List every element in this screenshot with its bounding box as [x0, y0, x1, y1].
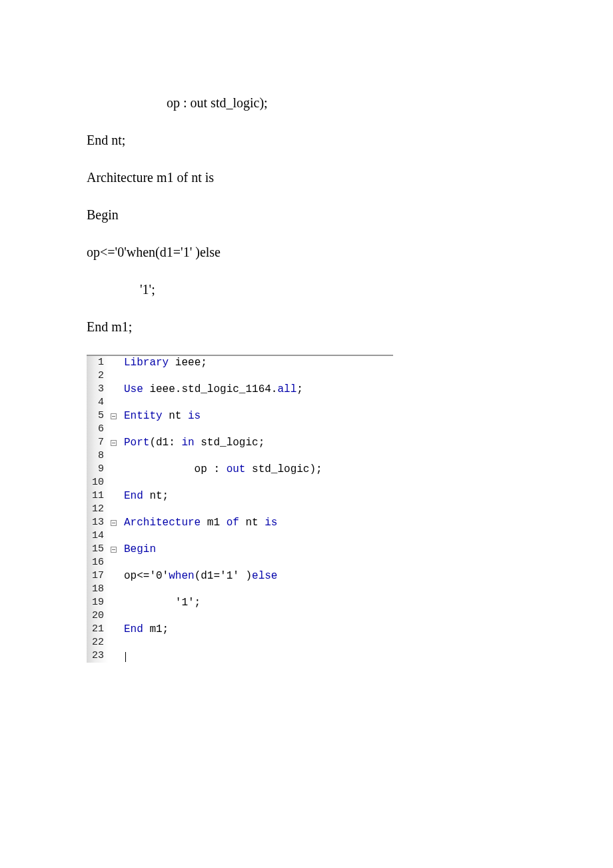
fold-gutter[interactable]	[108, 543, 119, 556]
code-text[interactable]: op<='0'when(d1='1' )else	[119, 569, 277, 583]
code-text[interactable]: End nt;	[119, 489, 169, 503]
code-line[interactable]: 9 op : out std_logic);	[87, 463, 393, 476]
code-line[interactable]: 17op<='0'when(d1='1' )else	[87, 569, 393, 583]
fold-gutter	[108, 596, 119, 609]
line-number: 12	[87, 503, 108, 516]
code-line[interactable]: 3Use ieee.std_logic_1164.all;	[87, 383, 393, 396]
prose-line: Architecture m1 of nt is	[87, 168, 526, 187]
fold-gutter	[108, 396, 119, 409]
code-line[interactable]: 18	[87, 583, 393, 596]
line-number: 4	[87, 396, 108, 409]
fold-gutter	[108, 369, 119, 383]
code-text[interactable]	[119, 369, 131, 383]
line-number: 13	[87, 516, 108, 529]
fold-gutter	[108, 489, 119, 503]
code-line[interactable]: 10	[87, 476, 393, 489]
fold-gutter	[108, 463, 119, 476]
code-line[interactable]: 11End nt;	[87, 489, 393, 503]
code-line[interactable]: 13Architecture m1 of nt is	[87, 516, 393, 529]
fold-gutter	[108, 569, 119, 583]
code-line[interactable]: 6	[87, 423, 393, 436]
code-text[interactable]	[119, 503, 131, 516]
code-line[interactable]: 20	[87, 609, 393, 623]
line-number: 15	[87, 543, 108, 556]
fold-gutter[interactable]	[108, 409, 119, 423]
prose-line: End m1;	[87, 317, 526, 336]
line-number: 23	[87, 649, 108, 663]
line-number: 1	[87, 356, 108, 369]
fold-minus-icon[interactable]	[111, 520, 117, 526]
fold-gutter	[108, 356, 119, 369]
prose-line: op<='0'when(d1='1' )else	[87, 243, 526, 261]
code-text[interactable]: op : out std_logic);	[119, 463, 322, 476]
line-number: 19	[87, 596, 108, 609]
code-line[interactable]: 5Entity nt is	[87, 409, 393, 423]
fold-gutter[interactable]	[108, 436, 119, 449]
code-text[interactable]	[119, 609, 131, 623]
fold-gutter	[108, 423, 119, 436]
code-line[interactable]: 4	[87, 396, 393, 409]
code-line[interactable]: 8	[87, 449, 393, 463]
prose-line: Begin	[87, 205, 526, 224]
fold-gutter	[108, 623, 119, 636]
line-number: 9	[87, 463, 108, 476]
line-number: 3	[87, 383, 108, 396]
line-number: 20	[87, 609, 108, 623]
code-text[interactable]: Use ieee.std_logic_1164.all;	[119, 383, 303, 396]
code-text[interactable]	[119, 396, 131, 409]
code-text[interactable]	[119, 476, 131, 489]
code-line[interactable]: 1Library ieee;	[87, 356, 393, 369]
line-number: 10	[87, 476, 108, 489]
line-number: 17	[87, 569, 108, 583]
fold-minus-icon[interactable]	[111, 440, 117, 446]
code-text[interactable]: Entity nt is	[119, 409, 201, 423]
line-number: 16	[87, 556, 108, 569]
fold-gutter	[108, 609, 119, 623]
line-number: 18	[87, 583, 108, 596]
fold-gutter	[108, 383, 119, 396]
fold-gutter	[108, 476, 119, 489]
code-text[interactable]	[119, 449, 131, 463]
code-line[interactable]: 2	[87, 369, 393, 383]
line-number: 2	[87, 369, 108, 383]
code-line[interactable]: 23	[87, 649, 393, 663]
fold-minus-icon[interactable]	[111, 413, 117, 419]
line-number: 21	[87, 623, 108, 636]
code-text[interactable]	[119, 649, 126, 663]
line-number: 5	[87, 409, 108, 423]
prose-line: op : out std_logic);	[87, 93, 526, 112]
fold-gutter	[108, 529, 119, 543]
code-text[interactable]: Begin	[119, 543, 156, 556]
code-line[interactable]: 21End m1;	[87, 623, 393, 636]
line-number: 14	[87, 529, 108, 543]
line-number: 7	[87, 436, 108, 449]
code-line[interactable]: 19 '1';	[87, 596, 393, 609]
code-text[interactable]: Library ieee;	[119, 356, 207, 369]
code-line[interactable]: 15Begin	[87, 543, 393, 556]
code-line[interactable]: 12	[87, 503, 393, 516]
code-text[interactable]	[119, 556, 131, 569]
code-text[interactable]	[119, 583, 131, 596]
fold-gutter	[108, 449, 119, 463]
code-text[interactable]	[119, 636, 131, 649]
fold-gutter	[108, 583, 119, 596]
code-line[interactable]: 14	[87, 529, 393, 543]
code-text[interactable]: Port(d1: in std_logic;	[119, 436, 265, 449]
line-number: 6	[87, 423, 108, 436]
code-line[interactable]: 16	[87, 556, 393, 569]
code-line[interactable]: 7Port(d1: in std_logic;	[87, 436, 393, 449]
code-text[interactable]: '1';	[119, 596, 201, 609]
code-text[interactable]	[119, 423, 131, 436]
fold-gutter	[108, 636, 119, 649]
code-text[interactable]: Architecture m1 of nt is	[119, 516, 277, 529]
code-text[interactable]: End m1;	[119, 623, 169, 636]
line-number: 8	[87, 449, 108, 463]
fold-gutter	[108, 556, 119, 569]
fold-gutter	[108, 649, 119, 663]
fold-gutter[interactable]	[108, 516, 119, 529]
code-editor[interactable]: 1Library ieee;2 3Use ieee.std_logic_1164…	[87, 355, 393, 663]
code-line[interactable]: 22	[87, 636, 393, 649]
fold-minus-icon[interactable]	[111, 547, 117, 553]
prose-line: End nt;	[87, 131, 526, 149]
code-text[interactable]	[119, 529, 131, 543]
